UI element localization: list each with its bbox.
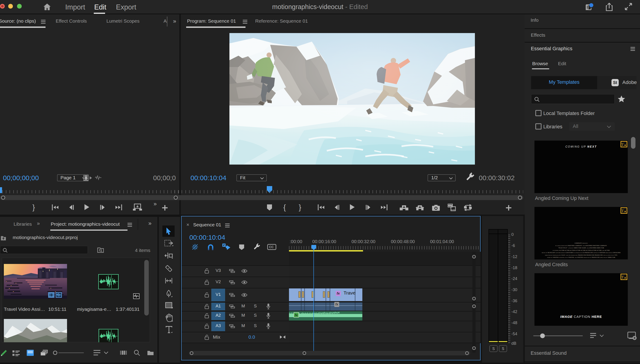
svg-text:CC: CC (269, 245, 274, 249)
